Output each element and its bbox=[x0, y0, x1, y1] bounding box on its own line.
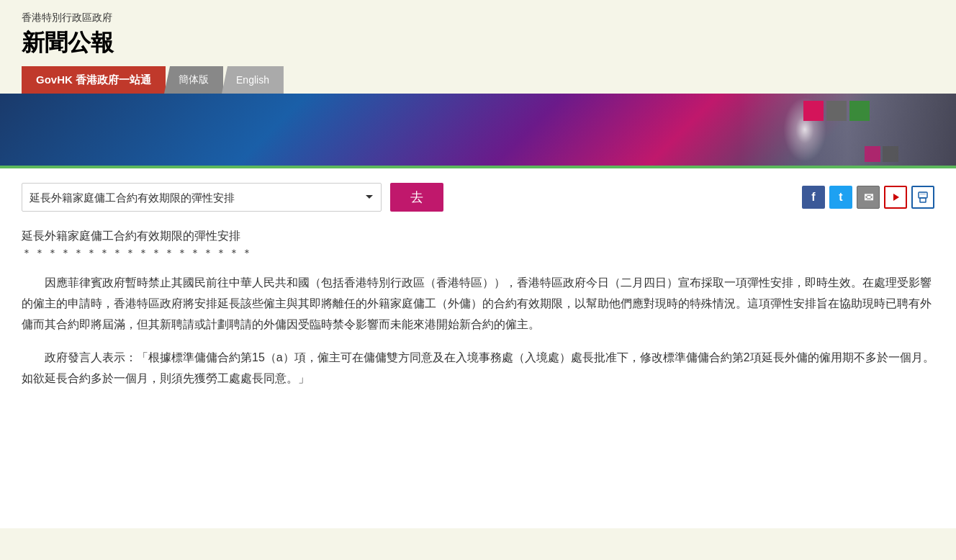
banner-bottom-square-2 bbox=[883, 146, 898, 162]
svg-rect-3 bbox=[920, 198, 926, 202]
banner-square-3 bbox=[849, 101, 870, 121]
svg-rect-4 bbox=[920, 192, 926, 195]
banner-bottom-square-1 bbox=[865, 146, 880, 162]
article-paragraph-2: 政府發言人表示：「根據標準傭傭合約第15（a）項，僱主可在傭傭雙方同意及在入境事… bbox=[22, 348, 934, 389]
facebook-icon[interactable]: f bbox=[802, 186, 825, 209]
nav-govhk[interactable]: GovHK 香港政府一站通 bbox=[22, 66, 166, 94]
article-body: 因應菲律賓政府暫時禁止其國民前往中華人民共和國（包括香港特別行政區（香港特區））… bbox=[22, 273, 934, 389]
banner-square-1 bbox=[803, 101, 824, 121]
banner-square-2 bbox=[826, 101, 847, 121]
social-icons: f t ✉ bbox=[802, 186, 934, 209]
header-title: 新聞公報 bbox=[22, 27, 934, 59]
nav-bar: GovHK 香港政府一站通 簡体版 English bbox=[22, 66, 934, 94]
dropdown-wrapper: 延長外籍家庭傭工合約有效期限的彈性安排 bbox=[22, 183, 382, 212]
go-button[interactable]: 去 bbox=[390, 183, 443, 212]
print-icon[interactable] bbox=[911, 186, 934, 209]
article-stars: ＊＊＊＊＊＊＊＊＊＊＊＊＊＊＊＊＊＊ bbox=[22, 247, 934, 260]
page-header: 香港特別行政區政府 新聞公報 GovHK 香港政府一站通 簡体版 English bbox=[0, 0, 956, 94]
youtube-icon[interactable] bbox=[884, 186, 907, 209]
twitter-icon[interactable]: t bbox=[829, 186, 852, 209]
content-area: 延長外籍家庭傭工合約有效期限的彈性安排 去 f t ✉ 延長外籍家庭傭工合約有效… bbox=[0, 168, 956, 528]
control-row: 延長外籍家庭傭工合約有效期限的彈性安排 去 f t ✉ bbox=[22, 183, 934, 212]
article-select[interactable]: 延長外籍家庭傭工合約有效期限的彈性安排 bbox=[22, 183, 382, 212]
email-icon[interactable]: ✉ bbox=[857, 186, 880, 209]
header-subtitle: 香港特別行政區政府 bbox=[22, 12, 934, 24]
banner bbox=[0, 94, 956, 166]
article-paragraph-1: 因應菲律賓政府暫時禁止其國民前往中華人民共和國（包括香港特別行政區（香港特區））… bbox=[22, 273, 934, 335]
banner-squares bbox=[803, 101, 870, 121]
banner-bottom-squares bbox=[865, 146, 898, 162]
article-title: 延長外籍家庭傭工合約有效期限的彈性安排 bbox=[22, 229, 934, 244]
nav-simplified[interactable]: 簡体版 bbox=[164, 66, 223, 94]
nav-english[interactable]: English bbox=[222, 66, 284, 94]
